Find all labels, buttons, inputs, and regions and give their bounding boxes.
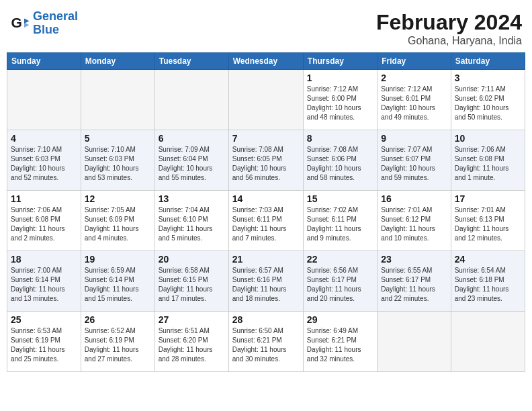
logo-blue: Blue [33,23,59,36]
calendar-cell: 24Sunrise: 6:54 AM Sunset: 6:18 PM Dayli… [451,251,525,312]
calendar-subtitle: Gohana, Haryana, India [376,35,522,47]
day-info: Sunrise: 7:04 AM Sunset: 6:10 PM Dayligh… [159,205,225,243]
logo-icon: G [10,13,30,34]
calendar-cell: 5Sunrise: 7:10 AM Sunset: 6:03 PM Daylig… [81,130,154,191]
day-header-monday: Monday [81,53,154,70]
day-info: Sunrise: 6:55 AM Sunset: 6:17 PM Dayligh… [381,266,447,304]
calendar-cell: 8Sunrise: 7:08 AM Sunset: 6:06 PM Daylig… [303,130,377,191]
day-number: 16 [381,193,447,204]
day-number: 23 [381,254,447,265]
day-number: 5 [85,133,151,144]
calendar-cell: 1Sunrise: 7:12 AM Sunset: 6:00 PM Daylig… [303,70,377,130]
calendar-cell: 27Sunrise: 6:51 AM Sunset: 6:20 PM Dayli… [154,312,228,372]
day-info: Sunrise: 7:10 AM Sunset: 6:03 PM Dayligh… [11,145,77,183]
day-info: Sunrise: 6:52 AM Sunset: 6:19 PM Dayligh… [85,326,151,364]
calendar-cell: 7Sunrise: 7:08 AM Sunset: 6:05 PM Daylig… [228,130,303,191]
day-number: 20 [159,254,225,265]
calendar-week-row: 1Sunrise: 7:12 AM Sunset: 6:00 PM Daylig… [7,70,525,130]
calendar-cell: 26Sunrise: 6:52 AM Sunset: 6:19 PM Dayli… [81,312,154,372]
day-number: 7 [232,133,300,144]
day-number: 6 [159,133,225,144]
day-header-wednesday: Wednesday [228,53,303,70]
day-number: 17 [455,193,521,204]
calendar-cell: 4Sunrise: 7:10 AM Sunset: 6:03 PM Daylig… [7,130,81,191]
calendar-week-row: 18Sunrise: 7:00 AM Sunset: 6:14 PM Dayli… [7,251,525,312]
day-info: Sunrise: 7:03 AM Sunset: 6:11 PM Dayligh… [232,205,300,243]
calendar-cell: 23Sunrise: 6:55 AM Sunset: 6:17 PM Dayli… [378,251,451,312]
svg-marker-2 [24,22,30,28]
day-info: Sunrise: 6:54 AM Sunset: 6:18 PM Dayligh… [455,266,521,304]
day-number: 25 [11,314,77,325]
day-info: Sunrise: 6:50 AM Sunset: 6:21 PM Dayligh… [232,326,300,364]
calendar-cell: 28Sunrise: 6:50 AM Sunset: 6:21 PM Dayli… [228,312,303,372]
day-info: Sunrise: 7:11 AM Sunset: 6:02 PM Dayligh… [455,85,521,122]
day-number: 27 [159,314,225,325]
day-header-thursday: Thursday [303,53,377,70]
calendar-cell: 17Sunrise: 7:01 AM Sunset: 6:13 PM Dayli… [451,191,525,251]
day-info: Sunrise: 6:49 AM Sunset: 6:21 PM Dayligh… [307,326,373,364]
day-number: 10 [455,133,521,144]
day-info: Sunrise: 7:10 AM Sunset: 6:03 PM Dayligh… [85,145,151,183]
day-info: Sunrise: 7:00 AM Sunset: 6:14 PM Dayligh… [11,266,77,304]
day-number: 21 [232,254,300,265]
day-info: Sunrise: 6:56 AM Sunset: 6:17 PM Dayligh… [307,266,373,304]
day-number: 1 [307,73,373,83]
day-number: 26 [85,314,151,325]
day-header-tuesday: Tuesday [154,53,228,70]
day-header-friday: Friday [378,53,451,70]
day-info: Sunrise: 7:12 AM Sunset: 6:01 PM Dayligh… [381,85,447,122]
day-info: Sunrise: 7:01 AM Sunset: 6:12 PM Dayligh… [381,205,447,243]
calendar-cell: 15Sunrise: 7:02 AM Sunset: 6:11 PM Dayli… [303,191,377,251]
calendar-table: SundayMondayTuesdayWednesdayThursdayFrid… [7,52,525,372]
logo-general: General [33,9,78,23]
calendar-cell: 19Sunrise: 6:59 AM Sunset: 6:14 PM Dayli… [81,251,154,312]
day-info: Sunrise: 7:07 AM Sunset: 6:07 PM Dayligh… [381,145,447,183]
calendar-cell: 9Sunrise: 7:07 AM Sunset: 6:07 PM Daylig… [378,130,451,191]
day-number: 19 [85,254,151,265]
day-number: 4 [11,133,77,144]
day-info: Sunrise: 7:12 AM Sunset: 6:00 PM Dayligh… [307,85,373,122]
day-number: 18 [11,254,77,265]
day-info: Sunrise: 6:53 AM Sunset: 6:19 PM Dayligh… [11,326,77,364]
title-area: February 2024 Gohana, Haryana, India [376,10,522,47]
calendar-cell: 12Sunrise: 7:05 AM Sunset: 6:09 PM Dayli… [81,191,154,251]
calendar-cell [81,70,154,130]
day-number: 11 [11,193,77,204]
day-info: Sunrise: 6:57 AM Sunset: 6:16 PM Dayligh… [232,266,300,304]
calendar-cell: 18Sunrise: 7:00 AM Sunset: 6:14 PM Dayli… [7,251,81,312]
calendar-cell: 20Sunrise: 6:58 AM Sunset: 6:15 PM Dayli… [154,251,228,312]
calendar-cell: 16Sunrise: 7:01 AM Sunset: 6:12 PM Dayli… [378,191,451,251]
day-number: 12 [85,193,151,204]
calendar-cell: 25Sunrise: 6:53 AM Sunset: 6:19 PM Dayli… [7,312,81,372]
day-number: 14 [232,193,300,204]
day-info: Sunrise: 7:06 AM Sunset: 6:08 PM Dayligh… [455,145,521,183]
calendar-cell: 13Sunrise: 7:04 AM Sunset: 6:10 PM Dayli… [154,191,228,251]
day-number: 22 [307,254,373,265]
day-header-saturday: Saturday [451,53,525,70]
day-info: Sunrise: 7:06 AM Sunset: 6:08 PM Dayligh… [11,205,77,243]
calendar-week-row: 11Sunrise: 7:06 AM Sunset: 6:08 PM Dayli… [7,191,525,251]
calendar-week-row: 25Sunrise: 6:53 AM Sunset: 6:19 PM Dayli… [7,312,525,372]
svg-marker-1 [24,18,30,24]
calendar-cell [7,70,81,130]
calendar-cell [228,70,303,130]
day-number: 24 [455,254,521,265]
calendar-cell: 6Sunrise: 7:09 AM Sunset: 6:04 PM Daylig… [154,130,228,191]
day-number: 9 [381,133,447,144]
day-info: Sunrise: 6:59 AM Sunset: 6:14 PM Dayligh… [85,266,151,304]
calendar-cell [451,312,525,372]
day-info: Sunrise: 6:58 AM Sunset: 6:15 PM Dayligh… [159,266,225,304]
calendar-cell: 29Sunrise: 6:49 AM Sunset: 6:21 PM Dayli… [303,312,377,372]
day-number: 2 [381,73,447,83]
day-number: 8 [307,133,373,144]
calendar-cell [378,312,451,372]
calendar-header-row: SundayMondayTuesdayWednesdayThursdayFrid… [7,53,525,70]
day-info: Sunrise: 7:08 AM Sunset: 6:06 PM Dayligh… [307,145,373,183]
calendar-cell: 3Sunrise: 7:11 AM Sunset: 6:02 PM Daylig… [451,70,525,130]
calendar-cell: 10Sunrise: 7:06 AM Sunset: 6:08 PM Dayli… [451,130,525,191]
day-info: Sunrise: 7:09 AM Sunset: 6:04 PM Dayligh… [159,145,225,183]
day-number: 28 [232,314,300,325]
calendar-cell: 14Sunrise: 7:03 AM Sunset: 6:11 PM Dayli… [228,191,303,251]
day-info: Sunrise: 7:01 AM Sunset: 6:13 PM Dayligh… [455,205,521,243]
day-info: Sunrise: 7:05 AM Sunset: 6:09 PM Dayligh… [85,205,151,243]
